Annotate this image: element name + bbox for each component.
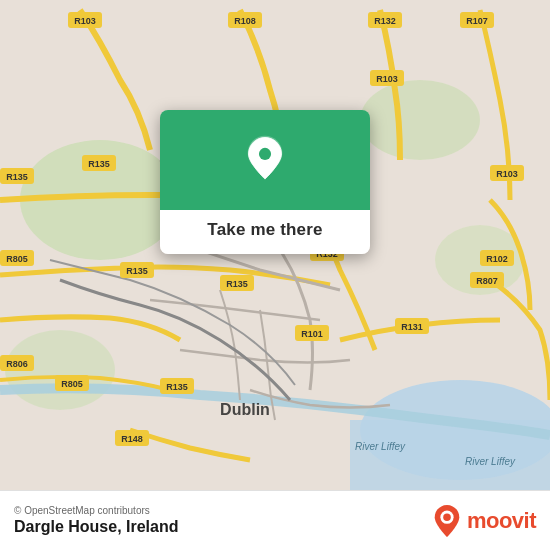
svg-text:R102: R102	[486, 254, 508, 264]
location-pin-icon	[239, 134, 291, 186]
moovit-brand-label: moovit	[467, 508, 536, 534]
svg-text:Dublin: Dublin	[220, 401, 270, 418]
svg-text:River Liffey: River Liffey	[355, 441, 406, 452]
svg-text:R807: R807	[476, 276, 498, 286]
svg-text:R806: R806	[6, 359, 28, 369]
svg-point-54	[443, 513, 451, 521]
svg-text:R135: R135	[226, 279, 248, 289]
svg-text:R805: R805	[6, 254, 28, 264]
svg-text:R132: R132	[374, 16, 396, 26]
svg-text:R135: R135	[166, 382, 188, 392]
location-name: Dargle House, Ireland	[14, 518, 179, 536]
attribution-text: © OpenStreetMap contributors	[14, 505, 179, 516]
svg-text:R103: R103	[496, 169, 518, 179]
moovit-logo: moovit	[433, 504, 536, 538]
popup-top	[160, 110, 370, 210]
svg-text:R103: R103	[74, 16, 96, 26]
popup-card: Take me there	[160, 110, 370, 254]
svg-text:R101: R101	[301, 329, 323, 339]
popup-bottom: Take me there	[160, 210, 370, 254]
svg-text:R131: R131	[401, 322, 423, 332]
svg-text:R135: R135	[126, 266, 148, 276]
bottom-left: © OpenStreetMap contributors Dargle Hous…	[14, 505, 179, 536]
svg-text:R108: R108	[234, 16, 256, 26]
map-container: R103 R108 R132 R107 R135 R135 R103 R103 …	[0, 0, 550, 490]
moovit-pin-icon	[433, 504, 461, 538]
svg-point-2	[360, 80, 480, 160]
take-me-there-button[interactable]: Take me there	[207, 220, 322, 240]
bottom-bar: © OpenStreetMap contributors Dargle Hous…	[0, 490, 550, 550]
svg-text:River Liffey: River Liffey	[465, 456, 516, 467]
svg-text:R135: R135	[88, 159, 110, 169]
svg-text:R103: R103	[376, 74, 398, 84]
svg-text:R135: R135	[6, 172, 28, 182]
svg-text:R107: R107	[466, 16, 488, 26]
svg-point-52	[259, 148, 271, 160]
svg-text:R148: R148	[121, 434, 143, 444]
svg-text:R805: R805	[61, 379, 83, 389]
